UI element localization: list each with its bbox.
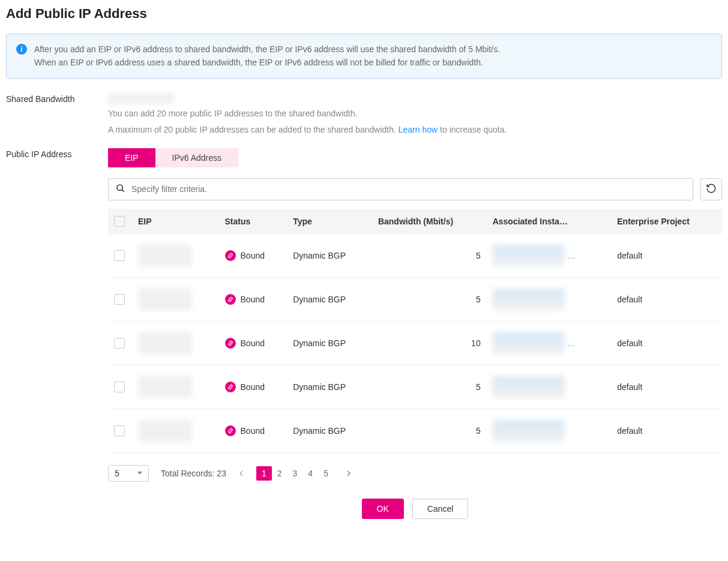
page-5[interactable]: 5 bbox=[318, 466, 334, 481]
status-cell: Bound bbox=[225, 425, 281, 436]
status-text: Bound bbox=[241, 295, 265, 304]
status-text: Bound bbox=[241, 382, 265, 392]
tab-ipv6[interactable]: IPv6 Address bbox=[155, 148, 239, 167]
search-icon bbox=[116, 184, 125, 195]
footer-buttons: OK Cancel bbox=[108, 499, 722, 519]
svg-point-0 bbox=[117, 185, 122, 190]
project-cell: default bbox=[611, 409, 722, 452]
type-cell: Dynamic BGP bbox=[287, 321, 372, 365]
checkbox-row[interactable] bbox=[114, 382, 125, 392]
project-cell: default bbox=[611, 277, 722, 321]
status-cell: Bound bbox=[225, 250, 281, 261]
th-instance: Associated Insta… bbox=[487, 209, 612, 234]
instance-value-redacted bbox=[493, 245, 565, 266]
bound-icon bbox=[225, 338, 236, 349]
page-2[interactable]: 2 bbox=[272, 466, 287, 481]
table-row: Bound Dynamic BGP 5 default bbox=[108, 277, 722, 321]
page-size-select[interactable]: 5 bbox=[108, 465, 149, 482]
shared-bandwidth-label: Shared Bandwidth bbox=[6, 93, 108, 136]
total-records: Total Records: 23 bbox=[161, 469, 226, 478]
shared-bandwidth-hint-1: You can add 20 more public IP addresses … bbox=[108, 107, 722, 120]
info-icon: i bbox=[16, 44, 27, 55]
ip-type-tabs: EIP IPv6 Address bbox=[108, 148, 722, 167]
bound-icon bbox=[225, 294, 236, 305]
th-status: Status bbox=[219, 209, 287, 234]
page-4[interactable]: 4 bbox=[302, 466, 318, 481]
table-row: Bound Dynamic BGP 10 … default bbox=[108, 321, 722, 365]
instance-value-redacted bbox=[493, 376, 565, 398]
eip-value-redacted bbox=[138, 420, 192, 442]
page-1[interactable]: 1 bbox=[256, 466, 272, 481]
shared-bandwidth-value: xxxxxxx bbox=[108, 93, 174, 104]
chevron-right-icon bbox=[346, 470, 352, 476]
eip-value-redacted bbox=[138, 332, 192, 354]
info-box: i After you add an EIP or IPv6 address t… bbox=[6, 34, 722, 79]
instance-ellipsis: … bbox=[567, 338, 576, 348]
checkbox-row[interactable] bbox=[114, 250, 125, 261]
page-3[interactable]: 3 bbox=[287, 466, 303, 481]
status-cell: Bound bbox=[225, 382, 281, 392]
status-cell: Bound bbox=[225, 294, 281, 305]
table-row: Bound Dynamic BGP 5 default bbox=[108, 365, 722, 409]
tab-eip[interactable]: EIP bbox=[108, 148, 155, 167]
eip-value-redacted bbox=[138, 376, 192, 398]
cancel-button[interactable]: Cancel bbox=[412, 499, 469, 519]
page-size-value: 5 bbox=[115, 469, 119, 478]
instance-value-redacted bbox=[493, 332, 565, 354]
type-cell: Dynamic BGP bbox=[287, 234, 372, 278]
bandwidth-cell: 5 bbox=[372, 234, 487, 278]
bandwidth-cell: 5 bbox=[372, 409, 487, 452]
instance-ellipsis: … bbox=[567, 251, 576, 260]
checkbox-row[interactable] bbox=[114, 338, 125, 349]
instance-value-redacted bbox=[493, 289, 565, 310]
bandwidth-cell: 5 bbox=[372, 277, 487, 321]
learn-how-link[interactable]: Learn how bbox=[399, 125, 438, 134]
project-cell: default bbox=[611, 234, 722, 278]
chevron-left-icon bbox=[238, 470, 244, 476]
th-project: Enterprise Project bbox=[611, 209, 722, 234]
project-cell: default bbox=[611, 321, 722, 365]
th-bandwidth: Bandwidth (Mbit/s) bbox=[372, 209, 487, 234]
status-cell: Bound bbox=[225, 338, 281, 349]
page-title: Add Public IP Address bbox=[6, 6, 722, 22]
type-cell: Dynamic BGP bbox=[287, 365, 372, 409]
th-eip: EIP bbox=[132, 209, 219, 234]
refresh-button[interactable] bbox=[700, 178, 722, 200]
bound-icon bbox=[225, 382, 236, 392]
checkbox-row[interactable] bbox=[114, 294, 125, 305]
page-prev[interactable] bbox=[233, 466, 249, 481]
th-type: Type bbox=[287, 209, 372, 234]
pagination: 5 Total Records: 23 12345 bbox=[108, 465, 722, 482]
bound-icon bbox=[225, 425, 236, 436]
status-text: Bound bbox=[241, 338, 265, 348]
checkbox-all[interactable] bbox=[114, 216, 125, 227]
bandwidth-cell: 5 bbox=[372, 365, 487, 409]
table-row: Bound Dynamic BGP 5 default bbox=[108, 409, 722, 452]
eip-value-redacted bbox=[138, 289, 192, 310]
page-next[interactable] bbox=[341, 466, 356, 481]
table-row: Bound Dynamic BGP 5 … default bbox=[108, 234, 722, 278]
chevron-down-icon bbox=[137, 472, 142, 475]
instance-value-redacted bbox=[493, 420, 565, 442]
status-text: Bound bbox=[241, 426, 265, 436]
type-cell: Dynamic BGP bbox=[287, 409, 372, 452]
checkbox-row[interactable] bbox=[114, 425, 125, 436]
search-input[interactable] bbox=[131, 184, 685, 194]
info-line-1: After you add an EIP or IPv6 address to … bbox=[34, 43, 500, 56]
project-cell: default bbox=[611, 365, 722, 409]
bound-icon bbox=[225, 250, 236, 261]
svg-line-1 bbox=[122, 190, 124, 192]
info-text: After you add an EIP or IPv6 address to … bbox=[34, 43, 500, 70]
eip-value-redacted bbox=[138, 245, 192, 266]
ok-button[interactable]: OK bbox=[362, 499, 404, 519]
public-ip-label: Public IP Address bbox=[6, 148, 108, 519]
status-text: Bound bbox=[241, 251, 265, 260]
shared-bandwidth-hint-2: A maximum of 20 public IP addresses can … bbox=[108, 124, 722, 136]
search-box[interactable] bbox=[108, 178, 693, 200]
refresh-icon bbox=[706, 183, 717, 196]
type-cell: Dynamic BGP bbox=[287, 277, 372, 321]
eip-table: EIP Status Type Bandwidth (Mbit/s) Assoc… bbox=[108, 209, 722, 453]
info-line-2: When an EIP or IPv6 address uses a share… bbox=[34, 56, 500, 69]
bandwidth-cell: 10 bbox=[372, 321, 487, 365]
